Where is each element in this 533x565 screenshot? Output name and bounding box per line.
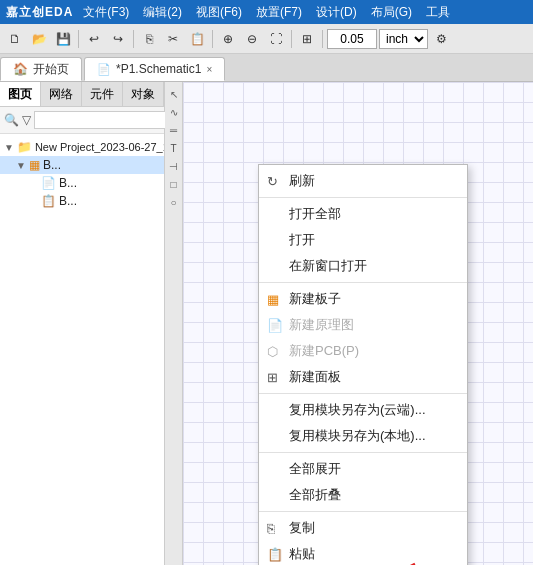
title-bar: 嘉立创EDA 文件(F3) 编辑(2) 视图(F6) 放置(F7) 设计(D) … [0, 0, 533, 24]
ctx-reuse-local-label: 复用模块另存为(本地)... [289, 427, 426, 445]
tree-root[interactable]: ▼ 📁 New Project_2023-06-27_16-41-3... [0, 138, 164, 156]
undo-button[interactable]: ↩ [83, 28, 105, 50]
unit-select[interactable]: inch mm mil [379, 29, 428, 49]
fit-button[interactable]: ⛶ [265, 28, 287, 50]
filter-button[interactable]: ▽ [22, 110, 31, 130]
ctx-new-panel[interactable]: ⊞ 新建面板 [259, 364, 467, 390]
ctx-new-schematic-label: 新建原理图 [289, 316, 354, 334]
ctx-reuse-local[interactable]: 复用模块另存为(本地)... [259, 423, 467, 449]
pcb-icon: 📋 [41, 194, 56, 208]
tree-item-b3[interactable]: 📋 B... [0, 192, 164, 210]
menu-place[interactable]: 放置(F7) [250, 3, 308, 22]
tab-schematic[interactable]: 📄 *P1.Schematic1 × [84, 57, 225, 81]
ctx-paste-label: 粘贴 [289, 545, 315, 563]
vtool-select[interactable]: ↖ [166, 86, 182, 102]
vtool-circle[interactable]: ○ [166, 194, 182, 210]
vtool-rect[interactable]: □ [166, 176, 182, 192]
copy-button[interactable]: ⎘ [138, 28, 160, 50]
panel-tab-object[interactable]: 对象 [123, 82, 164, 106]
new-button[interactable]: 🗋 [4, 28, 26, 50]
paste-button[interactable]: 📋 [186, 28, 208, 50]
ctx-new-board[interactable]: ▦ 新建板子 [259, 286, 467, 312]
search-bar: 🔍 ▽ 🔍 [0, 107, 164, 134]
ctx-new-board-label: 新建板子 [289, 290, 341, 308]
menu-view[interactable]: 视图(F6) [190, 3, 248, 22]
vtool-text[interactable]: T [166, 140, 182, 156]
vtool-pin[interactable]: ⊣ [166, 158, 182, 174]
ctx-reuse-cloud-label: 复用模块另存为(云端)... [289, 401, 426, 419]
new-schematic-icon: 📄 [267, 318, 283, 333]
save-button[interactable]: 💾 [52, 28, 74, 50]
left-vertical-toolbar: ↖ ∿ ═ T ⊣ □ ○ [165, 82, 183, 565]
tree-item-b1[interactable]: ▼ ▦ B... [0, 156, 164, 174]
ctx-sep-3 [259, 393, 467, 394]
copy-ctx-icon: ⎘ [267, 521, 275, 536]
zoom-value-input[interactable] [327, 29, 377, 49]
ctx-open-all[interactable]: 打开全部 [259, 201, 467, 227]
new-panel-icon: ⊞ [267, 370, 278, 385]
cut-button[interactable]: ✂ [162, 28, 184, 50]
menu-tools[interactable]: 工具 [420, 3, 456, 22]
vtool-wire[interactable]: ∿ [166, 104, 182, 120]
tree-label-b2: B... [59, 176, 77, 190]
ctx-sep-2 [259, 282, 467, 283]
ctx-collapse-all[interactable]: 全部折叠 [259, 482, 467, 508]
search-input[interactable] [34, 111, 182, 129]
search-icon-button[interactable]: 🔍 [4, 110, 19, 130]
ctx-sep-1 [259, 197, 467, 198]
ctx-copy[interactable]: ⎘ 复制 [259, 515, 467, 541]
ctx-expand-all-label: 全部展开 [289, 460, 341, 478]
schematic-icon: 📄 [41, 176, 56, 190]
grid-button[interactable]: ⊞ [296, 28, 318, 50]
ctx-reuse-cloud[interactable]: 复用模块另存为(云端)... [259, 397, 467, 423]
tree-label-b1: B... [43, 158, 61, 172]
ctx-refresh[interactable]: ↻ 刷新 [259, 168, 467, 194]
menu-file[interactable]: 文件(F3) [77, 3, 135, 22]
panel-tabs: 图页 网络 元件 对象 [0, 82, 164, 107]
menu-layout[interactable]: 布局(G) [365, 3, 418, 22]
ctx-expand-all[interactable]: 全部展开 [259, 456, 467, 482]
panel-tab-component[interactable]: 元件 [82, 82, 123, 106]
tab-close-button[interactable]: × [206, 64, 212, 75]
panel-tab-net[interactable]: 网络 [41, 82, 82, 106]
refresh-icon: ↻ [267, 174, 278, 189]
tab-bar: 🏠 开始页 📄 *P1.Schematic1 × [0, 54, 533, 82]
project-name: New Project_2023-06-27_16-41-3... [35, 141, 164, 153]
ctx-open-all-label: 打开全部 [289, 205, 341, 223]
settings-button[interactable]: ⚙ [430, 28, 452, 50]
expand-icon-b1: ▼ [16, 160, 26, 171]
ctx-copy-label: 复制 [289, 519, 315, 537]
zoom-in-button[interactable]: ⊕ [217, 28, 239, 50]
ctx-sep-5 [259, 511, 467, 512]
ctx-new-panel-label: 新建面板 [289, 368, 341, 386]
main-layout: 图页 网络 元件 对象 🔍 ▽ 🔍 ▼ 📁 New Project_2023-0… [0, 82, 533, 565]
board-icon: ▦ [29, 158, 40, 172]
tab-home[interactable]: 🏠 开始页 [0, 57, 82, 81]
expand-icon: ▼ [4, 142, 14, 153]
app-logo: 嘉立创EDA [6, 4, 73, 21]
zoom-out-button[interactable]: ⊖ [241, 28, 263, 50]
open-button[interactable]: 📂 [28, 28, 50, 50]
context-menu: ↻ 刷新 打开全部 打开 在新窗口打开 ▦ 新建板子 📄 新建原理图 [258, 164, 468, 565]
paste-ctx-icon: 📋 [267, 547, 283, 562]
new-pcb-icon: ⬡ [267, 344, 278, 359]
new-board-icon: ▦ [267, 292, 279, 307]
ctx-open-label: 打开 [289, 231, 315, 249]
separator-4 [291, 30, 292, 48]
menu-edit[interactable]: 编辑(2) [137, 3, 188, 22]
menu-design[interactable]: 设计(D) [310, 3, 363, 22]
vtool-bus[interactable]: ═ [166, 122, 182, 138]
ctx-refresh-label: 刷新 [289, 172, 315, 190]
tree-label-b3: B... [59, 194, 77, 208]
ctx-open[interactable]: 打开 [259, 227, 467, 253]
folder-icon: 📁 [17, 140, 32, 154]
canvas-area[interactable]: ↻ 刷新 打开全部 打开 在新窗口打开 ▦ 新建板子 📄 新建原理图 [183, 82, 533, 565]
ctx-new-schematic: 📄 新建原理图 [259, 312, 467, 338]
separator-2 [133, 30, 134, 48]
panel-tab-page[interactable]: 图页 [0, 82, 41, 106]
ctx-paste[interactable]: 📋 粘贴 [259, 541, 467, 565]
redo-button[interactable]: ↪ [107, 28, 129, 50]
ctx-open-new-win[interactable]: 在新窗口打开 [259, 253, 467, 279]
schematic-tab-label: *P1.Schematic1 [116, 62, 201, 76]
tree-item-b2[interactable]: 📄 B... [0, 174, 164, 192]
